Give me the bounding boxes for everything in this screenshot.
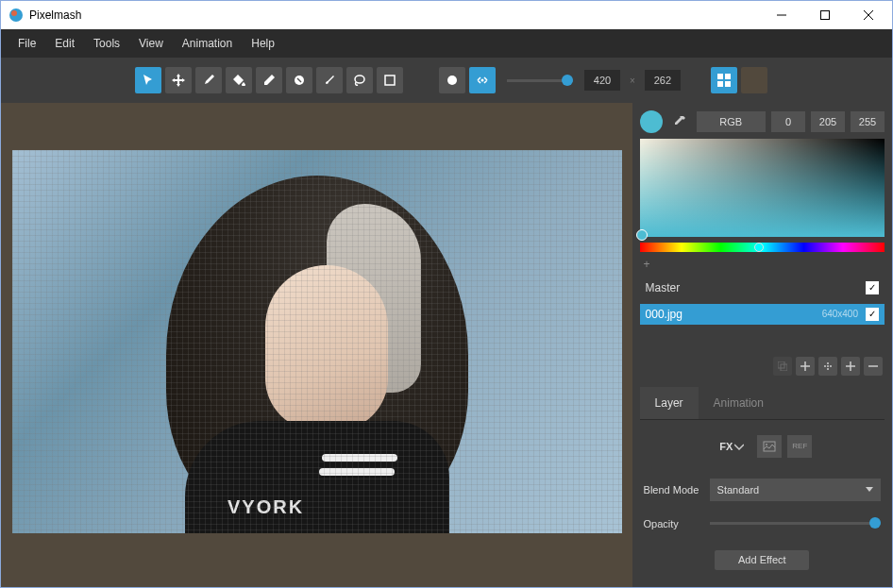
height-input[interactable]: 262	[645, 70, 681, 91]
svg-point-17	[827, 368, 829, 370]
brush-tool[interactable]	[195, 67, 222, 93]
color-mode-dropdown[interactable]: RGB	[697, 111, 766, 132]
canvas[interactable]: VYORK	[12, 150, 622, 533]
secondary-color[interactable]	[741, 67, 767, 93]
svg-rect-18	[764, 442, 775, 451]
opacity-handle-icon	[869, 517, 881, 529]
master-layer-row[interactable]: Master ✓	[640, 277, 885, 298]
right-panel: RGB 0 205 255 + Master ✓ 000.jpg 640x400…	[632, 103, 892, 587]
svg-point-7	[355, 76, 364, 83]
menu-view[interactable]: View	[129, 31, 173, 56]
master-layer-label: Master	[646, 281, 866, 294]
blend-mode-label: Blend Mode	[644, 484, 702, 496]
svg-rect-3	[821, 11, 830, 20]
svg-point-10	[481, 79, 484, 82]
slider-handle-icon	[562, 75, 573, 86]
fx-button[interactable]: FX	[712, 435, 751, 458]
minimize-button[interactable]	[760, 1, 803, 29]
app-icon	[8, 8, 24, 23]
size-x-label: ×	[624, 76, 641, 86]
menubar: File Edit Tools View Animation Help	[1, 29, 892, 58]
menu-animation[interactable]: Animation	[173, 31, 242, 56]
canvas-image: VYORK	[12, 150, 622, 533]
shape-circle-tool[interactable]	[439, 67, 465, 93]
svg-point-13	[824, 365, 826, 367]
add-layer-button-2[interactable]	[841, 357, 860, 376]
svg-point-16	[827, 362, 829, 364]
menu-help[interactable]: Help	[242, 31, 284, 56]
width-input[interactable]: 420	[584, 70, 620, 91]
menu-tools[interactable]: Tools	[84, 31, 129, 56]
opacity-slider[interactable]	[710, 522, 881, 525]
tab-layer[interactable]: Layer	[640, 387, 699, 419]
select-tool[interactable]	[135, 67, 161, 93]
hue-handle-icon	[754, 243, 764, 252]
fill-tool[interactable]	[226, 67, 252, 93]
size-slider[interactable]	[507, 79, 573, 82]
fx-image-button[interactable]	[757, 435, 782, 458]
master-visible-checkbox[interactable]: ✓	[866, 281, 879, 294]
hue-slider[interactable]	[640, 243, 885, 252]
svg-point-14	[827, 365, 829, 367]
rectangle-tool[interactable]	[377, 67, 403, 93]
blend-mode-dropdown[interactable]: Standard	[710, 479, 881, 501]
svg-point-9	[447, 76, 457, 85]
color-r-input[interactable]: 0	[771, 111, 805, 132]
color-swatch[interactable]	[640, 110, 663, 133]
fx-ref-button[interactable]: REF	[787, 435, 812, 458]
close-button[interactable]	[847, 1, 890, 29]
move-tool[interactable]	[165, 67, 192, 93]
lasso-tool[interactable]	[346, 67, 373, 93]
add-effect-button[interactable]: Add Effect	[715, 550, 809, 570]
opacity-label: Opacity	[644, 518, 702, 529]
add-swatch-button[interactable]: +	[640, 258, 654, 271]
svg-point-15	[830, 365, 832, 367]
menu-edit[interactable]: Edit	[45, 31, 84, 56]
eraser-tool[interactable]	[286, 67, 312, 93]
svg-rect-8	[385, 76, 395, 85]
snap-tool[interactable]	[469, 67, 496, 93]
layer-row[interactable]: 000.jpg 640x400 ✓	[640, 304, 885, 325]
grid-toggle[interactable]	[711, 67, 737, 93]
toolbar: 420 × 262	[1, 58, 892, 103]
blend-mode-value: Standard	[717, 484, 760, 496]
color-field-handle-icon	[636, 229, 648, 241]
paintbrush-tool[interactable]	[316, 67, 343, 93]
merge-layer-button[interactable]	[818, 357, 837, 376]
titlebar: Pixelmash	[1, 1, 892, 29]
layer-dimensions: 640x400	[822, 309, 858, 319]
window-controls	[760, 1, 890, 29]
add-layer-button[interactable]	[796, 357, 815, 376]
color-b-input[interactable]: 255	[851, 111, 885, 132]
duplicate-layer-button[interactable]	[773, 357, 792, 376]
canvas-area[interactable]: VYORK	[1, 103, 632, 587]
color-field[interactable]	[640, 139, 885, 237]
chevron-down-icon	[866, 487, 873, 493]
svg-point-19	[766, 444, 767, 445]
svg-point-1	[11, 10, 17, 16]
color-g-input[interactable]: 205	[811, 111, 845, 132]
app-title: Pixelmash	[29, 8, 760, 22]
layer-name: 000.jpg	[646, 308, 822, 321]
maximize-button[interactable]	[803, 1, 847, 29]
menu-file[interactable]: File	[8, 31, 45, 56]
eyedropper-tool[interactable]	[668, 110, 691, 133]
pencil-tool[interactable]	[256, 67, 282, 93]
tab-animation[interactable]: Animation	[699, 387, 779, 419]
delete-layer-button[interactable]	[864, 357, 883, 376]
layer-visible-checkbox[interactable]: ✓	[866, 308, 879, 321]
